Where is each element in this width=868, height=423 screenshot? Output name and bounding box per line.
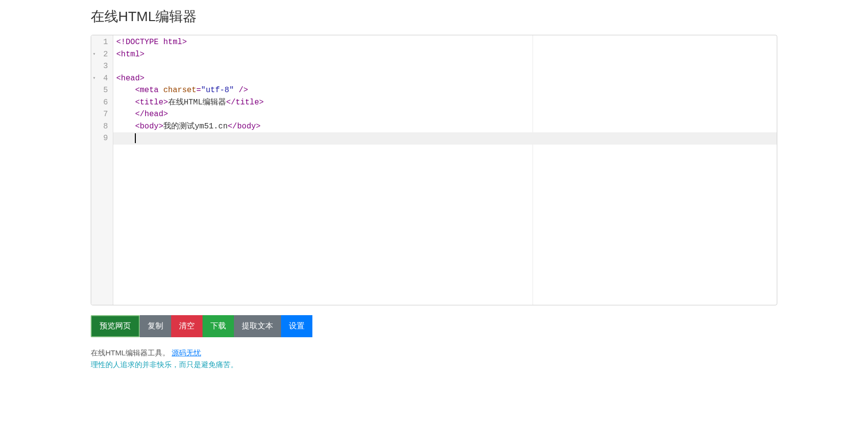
line-number: 5 [91,84,113,97]
code-token: <body> [135,122,163,131]
code-editor[interactable]: 12▾34▾56789 <!DOCTYPE html><html><head> … [91,35,777,305]
source-link[interactable]: 源码无忧 [172,348,201,357]
code-line[interactable]: </head> [116,108,774,121]
code-token: <meta [135,86,163,95]
settings-button[interactable]: 设置 [281,315,312,337]
footer-quote: 理性的人追求的并非快乐，而只是避免痛苦。 [91,360,238,369]
code-line[interactable]: <!DOCTYPE html> [116,36,774,49]
download-button[interactable]: 下载 [203,315,234,337]
line-number: 3 [91,60,113,73]
extract-text-button[interactable]: 提取文本 [234,315,281,337]
line-number: 9 [91,132,113,145]
line-number: 6 [91,97,113,109]
code-token: </head> [135,110,168,119]
code-line[interactable]: <title>在线HTML编辑器</title> [116,97,774,109]
fold-marker-icon[interactable]: ▾ [93,49,96,61]
code-token: charset [163,86,196,95]
copy-button[interactable]: 复制 [140,315,171,337]
code-token: </title> [226,98,264,107]
toolbar: 预览网页 复制 清空 下载 提取文本 设置 [91,315,777,337]
code-token: <head> [116,74,145,83]
preview-button[interactable]: 预览网页 [91,315,140,337]
line-number: 7 [91,108,113,121]
line-gutter: 12▾34▾56789 [91,35,113,305]
line-number: 2▾ [91,49,113,61]
code-line[interactable] [113,132,777,145]
footer-description: 在线HTML编辑器工具。 [91,348,170,357]
fold-marker-icon[interactable]: ▾ [93,73,96,85]
code-token: /> [234,86,248,95]
code-line[interactable]: <html> [116,49,774,61]
line-number: 1 [91,36,113,49]
clear-button[interactable]: 清空 [171,315,203,337]
footer: 在线HTML编辑器工具。 源码无忧 理性的人追求的并非快乐，而只是避免痛苦。 [91,347,777,371]
page-title: 在线HTML编辑器 [91,7,777,26]
code-token: 我的测试ym51.cn [163,122,228,131]
code-token: = [196,86,201,95]
code-line[interactable]: <head> [116,73,774,85]
code-area[interactable]: <!DOCTYPE html><html><head> <meta charse… [113,35,777,305]
code-token: <html> [116,50,145,59]
code-token: "utf-8" [201,86,234,95]
line-number: 8 [91,121,113,133]
cursor [135,133,136,143]
line-number: 4▾ [91,73,113,85]
code-line[interactable]: <body>我的测试ym51.cn</body> [116,121,774,133]
code-line[interactable] [116,60,774,73]
code-line[interactable]: <meta charset="utf-8" /> [116,84,774,97]
code-token: <!DOCTYPE html> [116,38,187,47]
code-token: 在线HTML编辑器 [168,98,226,107]
code-token: <title> [135,98,168,107]
code-token: </body> [228,122,260,131]
